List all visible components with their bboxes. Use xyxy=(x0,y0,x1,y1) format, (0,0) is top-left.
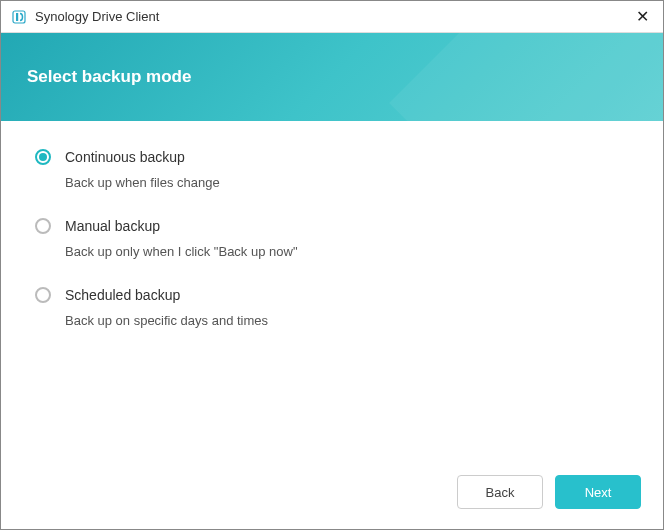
back-button[interactable]: Back xyxy=(457,475,543,509)
app-window: Synology Drive Client ✕ Select backup mo… xyxy=(0,0,664,530)
option-description: Back up on specific days and times xyxy=(65,313,629,328)
header-banner: Select backup mode xyxy=(1,33,663,121)
radio-continuous-backup[interactable]: Continuous backup xyxy=(35,149,629,165)
option-description: Back up only when I click "Back up now" xyxy=(65,244,629,259)
option-label: Scheduled backup xyxy=(65,287,180,303)
next-button[interactable]: Next xyxy=(555,475,641,509)
option-label: Manual backup xyxy=(65,218,160,234)
radio-scheduled-backup[interactable]: Scheduled backup xyxy=(35,287,629,303)
radio-manual-backup[interactable]: Manual backup xyxy=(35,218,629,234)
option-manual-backup: Manual backup Back up only when I click … xyxy=(35,218,629,259)
option-description: Back up when files change xyxy=(65,175,629,190)
radio-icon xyxy=(35,218,51,234)
close-icon[interactable]: ✕ xyxy=(632,7,653,26)
app-icon xyxy=(11,9,27,25)
radio-icon xyxy=(35,287,51,303)
option-label: Continuous backup xyxy=(65,149,185,165)
window-title: Synology Drive Client xyxy=(35,9,159,24)
content-area: Continuous backup Back up when files cha… xyxy=(1,121,663,459)
footer: Back Next xyxy=(1,459,663,529)
option-continuous-backup: Continuous backup Back up when files cha… xyxy=(35,149,629,190)
radio-icon xyxy=(35,149,51,165)
svg-rect-1 xyxy=(16,13,18,21)
option-scheduled-backup: Scheduled backup Back up on specific day… xyxy=(35,287,629,328)
page-title: Select backup mode xyxy=(27,67,191,87)
titlebar: Synology Drive Client ✕ xyxy=(1,1,663,33)
